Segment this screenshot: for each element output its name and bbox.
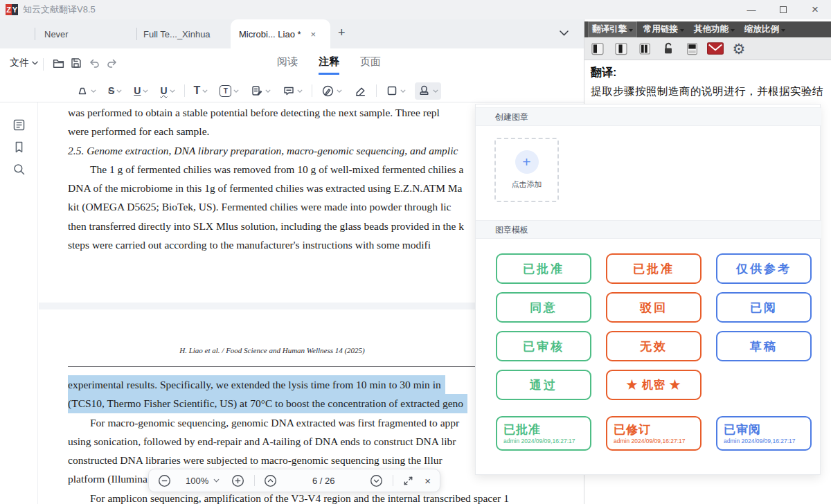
next-page-button[interactable] [370, 474, 383, 487]
thumbnails-panel-button[interactable] [12, 118, 26, 132]
plus-icon: + [515, 150, 539, 174]
stamp-passed[interactable]: 通过 [496, 370, 591, 400]
mail-button[interactable] [707, 40, 724, 57]
toolbar-separator [312, 84, 312, 97]
stamp-draft[interactable]: 草稿 [716, 331, 812, 361]
menu-translation-engine[interactable]: 翻译引擎 [588, 21, 637, 37]
zoom-level[interactable]: 100% [186, 476, 208, 486]
note-icon [251, 84, 263, 97]
strikethrough-icon: S [108, 86, 114, 96]
minimize-button[interactable]: — [735, 0, 767, 19]
tab-page[interactable]: 页面 [360, 55, 381, 75]
previous-page-button[interactable] [264, 474, 277, 487]
text-tool-button[interactable]: T [191, 83, 211, 98]
redo-icon[interactable] [105, 56, 119, 70]
stamp-rejected[interactable]: 驳回 [606, 292, 702, 323]
unlock-icon [661, 41, 676, 56]
stamp-confidential[interactable]: ★ 机密 ★ [606, 370, 702, 400]
tab-read[interactable]: 阅读 [277, 55, 298, 75]
custom-stamp-grid: 已批准 admin 2024/09/09,16:27:17 已修订 admin … [496, 416, 812, 451]
textbox-tool-button[interactable]: T [217, 83, 242, 99]
zoom-in-button[interactable] [231, 474, 244, 487]
tab-never[interactable]: Never [44, 19, 69, 48]
bookmarks-panel-button[interactable] [12, 140, 26, 154]
stamp-grid-empty-cell [716, 370, 812, 400]
comment-tool-button[interactable] [280, 82, 305, 99]
strikethrough-tool-button[interactable]: S [105, 84, 125, 98]
undo-icon[interactable] [87, 56, 101, 70]
custom-stamp-reviewed[interactable]: 已审阅 admin 2024/09/09,16:27:17 [716, 416, 812, 451]
logo-y: Y [12, 4, 18, 15]
tab-list-chevron-icon[interactable] [560, 30, 569, 36]
maximize-button[interactable] [767, 0, 799, 19]
toolbar-separator [184, 84, 185, 97]
titlebar: Z Y 知云文献翻译V8.5 — × [0, 0, 831, 19]
settings-button[interactable]: ⚙ [731, 40, 747, 57]
shape-tool-button[interactable] [383, 82, 409, 99]
tab-bar: Never Full Te..._Xinhua Microbi... Liao … [0, 19, 584, 48]
new-tab-button[interactable]: + [338, 26, 346, 40]
stamp-tool-button[interactable] [415, 82, 441, 100]
tab-close-icon[interactable]: × [311, 29, 316, 39]
page-up-icon [264, 474, 277, 487]
lock-button[interactable] [660, 40, 677, 57]
save-icon[interactable] [69, 56, 83, 70]
maximize-icon [780, 6, 787, 13]
note-tool-button[interactable] [248, 82, 274, 99]
gear-icon: ⚙ [733, 42, 746, 56]
eraser-tool-button[interactable] [351, 82, 370, 100]
highlighter-icon [76, 84, 89, 97]
squiggly-underline-tool-button[interactable]: U [157, 84, 177, 98]
open-file-icon[interactable] [51, 56, 65, 70]
squiggly-underline-icon: U [160, 86, 167, 96]
pen-tool-button[interactable] [319, 82, 345, 100]
stamp-templates-header: 图章模板 [476, 220, 821, 239]
toolbar-separator [376, 84, 377, 97]
tab-microbi-liao-active[interactable]: Microbi... Liao * × [231, 19, 330, 48]
stamp-agree[interactable]: 同意 [496, 292, 591, 323]
stamp-reviewed[interactable]: 已审核 [496, 331, 591, 361]
close-bar-button[interactable]: × [425, 475, 431, 487]
search-icon [12, 162, 26, 177]
add-stamp-label: 点击添加 [512, 179, 542, 190]
menu-other-functions[interactable]: 其他功能 [690, 22, 738, 37]
add-stamp-button[interactable]: + 点击添加 [494, 138, 559, 202]
fullscreen-button[interactable] [402, 475, 414, 487]
stamp-approved-green[interactable]: 已批准 [496, 253, 591, 284]
layout-single-button[interactable] [589, 40, 606, 57]
app-logo: Z Y [6, 4, 18, 15]
eraser-icon [354, 84, 367, 98]
stamp-reference-only[interactable]: 仅供参考 [716, 253, 812, 284]
custom-stamp-approved[interactable]: 已批准 admin 2024/09/09,16:27:17 [496, 416, 591, 451]
layout-two-bars-icon [637, 41, 653, 57]
chevron-down-icon [629, 29, 633, 32]
chevron-down-icon [680, 29, 684, 32]
file-menu[interactable]: 文件 [10, 57, 38, 69]
highlight-tool-button[interactable] [73, 82, 99, 99]
half-page-icon [684, 41, 700, 57]
layout-split-button[interactable] [613, 40, 629, 57]
close-button[interactable]: × [799, 0, 831, 19]
tab-separator [35, 28, 35, 40]
zoom-chevron-icon[interactable] [213, 478, 220, 483]
zoom-out-button[interactable] [158, 474, 171, 487]
stamp-approved-orange[interactable]: 已批准 [606, 253, 702, 284]
chevron-down-icon [781, 29, 785, 32]
zoom-in-icon [231, 474, 244, 487]
stamp-invalid[interactable]: 无效 [606, 331, 702, 361]
stamp-read[interactable]: 已阅 [716, 292, 812, 323]
search-panel-button[interactable] [12, 162, 26, 177]
stamp-icon [418, 84, 431, 98]
layout-center-bar-icon [614, 41, 629, 57]
underline-tool-button[interactable]: U [131, 84, 151, 98]
menu-zoom-ratio[interactable]: 缩放比例 [741, 22, 789, 37]
layout-dual-button[interactable] [636, 40, 653, 57]
custom-stamp-revised[interactable]: 已修订 admin 2024/09/09,16:27:17 [606, 416, 702, 451]
tab-annotate[interactable]: 注释 [319, 55, 339, 75]
minimize-icon: — [747, 5, 756, 15]
menu-common-links[interactable]: 常用链接 [640, 22, 688, 37]
tab-fulltext-xinhua[interactable]: Full Te..._Xinhua [143, 19, 211, 48]
page-view-button[interactable] [683, 40, 700, 57]
page-indicator: 6 / 26 [312, 476, 335, 486]
translate-label: 翻译: [591, 66, 616, 80]
